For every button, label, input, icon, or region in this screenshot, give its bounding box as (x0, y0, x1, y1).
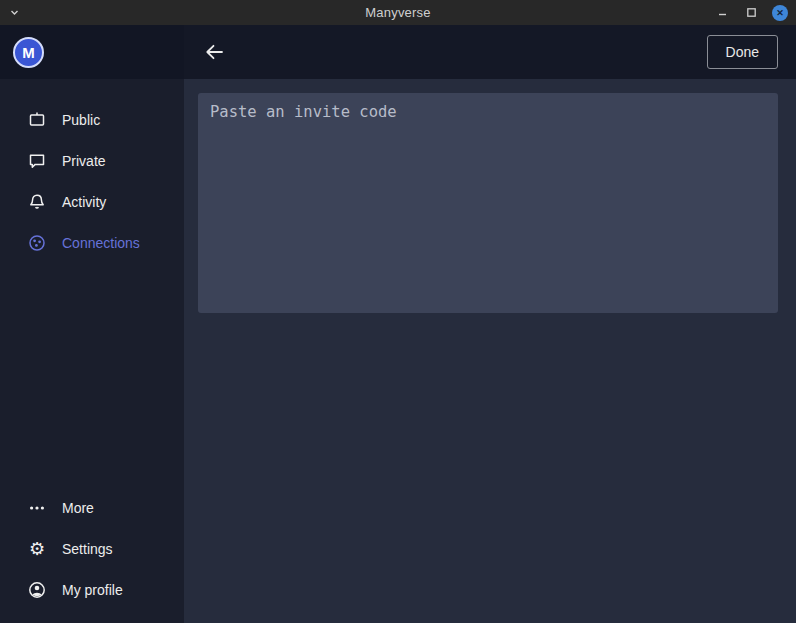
main-content (184, 79, 796, 623)
back-button[interactable] (203, 41, 225, 63)
sidebar-item-label: Settings (62, 541, 113, 557)
manyverse-window: Manyverse ✕ M Done (0, 0, 796, 623)
minimize-button[interactable] (714, 5, 730, 21)
sidebar-item-settings[interactable]: ⚙ Settings (0, 528, 184, 569)
maximize-button[interactable] (743, 5, 759, 21)
sidebar-item-more[interactable]: More (0, 487, 184, 528)
sidebar-item-my-profile[interactable]: My profile (0, 569, 184, 610)
sidebar-bottom: More ⚙ Settings My profile (0, 487, 184, 623)
logo-area: M (0, 25, 184, 79)
sidebar-item-label: Private (62, 153, 106, 169)
app-body: Public Private Activity (0, 79, 796, 623)
manyverse-logo-icon[interactable]: M (13, 37, 44, 68)
window-menu-chevron-icon[interactable] (9, 0, 20, 25)
message-bubble-icon (27, 151, 47, 171)
more-dots-icon (27, 498, 47, 518)
sidebar-item-label: Public (62, 112, 100, 128)
titlebar: Manyverse ✕ (0, 0, 796, 25)
arrow-left-icon (203, 41, 225, 63)
close-button[interactable]: ✕ (772, 5, 788, 21)
sidebar-item-connections[interactable]: Connections (0, 222, 184, 263)
sidebar-item-public[interactable]: Public (0, 99, 184, 140)
sidebar-item-label: Activity (62, 194, 106, 210)
done-button[interactable]: Done (707, 35, 778, 69)
public-board-icon (27, 110, 47, 130)
profile-account-icon (27, 580, 47, 600)
bell-icon (27, 192, 47, 212)
sidebar-item-label: Connections (62, 235, 140, 251)
sidebar-item-label: My profile (62, 582, 123, 598)
window-controls: ✕ (714, 0, 788, 25)
gear-icon: ⚙ (27, 539, 47, 559)
invite-code-input[interactable] (198, 93, 778, 313)
sidebar-item-private[interactable]: Private (0, 140, 184, 181)
sidebar: Public Private Activity (0, 79, 184, 623)
app-header: M Done (0, 25, 796, 79)
window-title: Manyverse (365, 5, 430, 20)
sidebar-item-label: More (62, 500, 94, 516)
connections-swarm-icon (27, 233, 47, 253)
sidebar-item-activity[interactable]: Activity (0, 181, 184, 222)
